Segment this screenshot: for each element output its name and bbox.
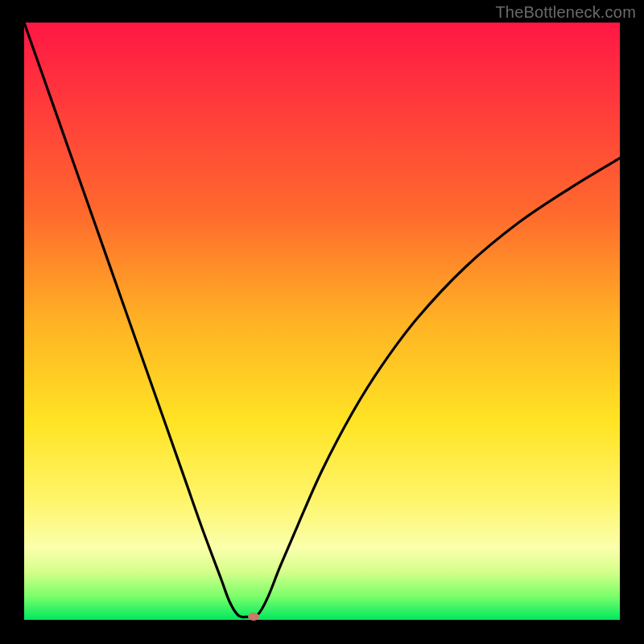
svg-rect-0 xyxy=(24,23,620,620)
optimal-point-marker xyxy=(248,613,259,621)
chart-frame xyxy=(24,23,620,620)
chart-gradient-bg xyxy=(24,23,620,620)
watermark-text: TheBottleneck.com xyxy=(495,3,636,22)
